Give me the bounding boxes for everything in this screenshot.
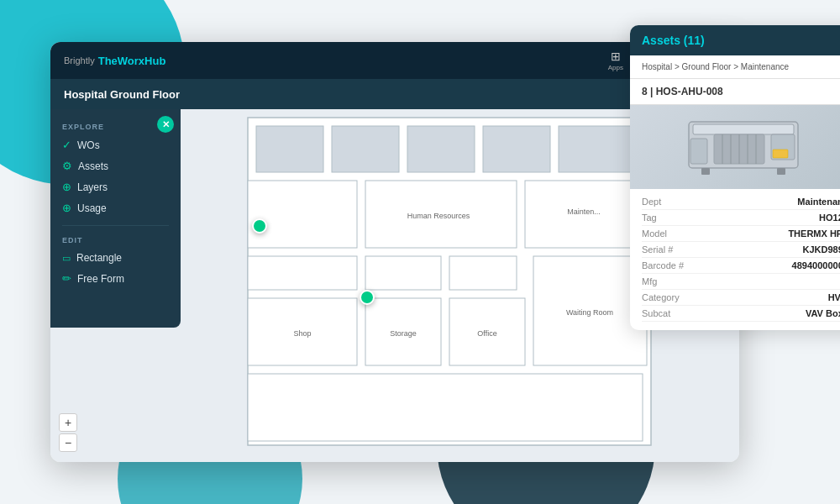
svg-rect-25 — [690, 139, 707, 164]
ahu-illustration — [680, 109, 815, 185]
zoom-in-button[interactable]: + — [59, 413, 77, 432]
wos-label: WOs — [77, 139, 100, 151]
asset-item-id: 8 | HOS-AHU-008 — [642, 86, 723, 97]
detail-row-barcode: Barcode # 489400000008 — [642, 258, 840, 274]
svg-rect-22 — [248, 374, 643, 441]
asset-panel: Assets (11) ✕ Hospital > Ground Floor > … — [630, 25, 840, 330]
layers-label: Layers — [77, 181, 108, 193]
explore-panel: ✕ EXPLORE ✓ WOs ⚙ Assets ⊕ Layers ⊕ Usag… — [50, 109, 181, 328]
svg-rect-3 — [407, 126, 475, 172]
serial-label: Serial # — [642, 244, 673, 255]
svg-rect-33 — [773, 150, 788, 158]
svg-rect-11 — [449, 256, 517, 290]
apps-label: Apps — [608, 64, 623, 71]
detail-row-dept: Dept Maintenance — [642, 194, 840, 210]
map-marker-1[interactable] — [252, 218, 267, 234]
svg-rect-35 — [777, 168, 785, 175]
explore-usage[interactable]: ⊕ Usage — [50, 197, 181, 218]
asset-item-header[interactable]: 8 | HOS-AHU-008 ∧ — [630, 79, 840, 105]
wos-icon: ✓ — [62, 139, 71, 151]
subcat-value: VAV Boxes — [806, 308, 840, 318]
dept-value: Maintenance — [797, 197, 840, 207]
svg-rect-34 — [701, 168, 710, 175]
edit-section-label: EDIT — [50, 233, 181, 248]
explore-assets[interactable]: ⚙ Assets — [50, 155, 181, 176]
assets-label: Assets — [78, 160, 108, 172]
panel-divider — [62, 225, 169, 226]
asset-panel-title: Assets (11) — [642, 34, 705, 47]
map-marker-2[interactable] — [360, 290, 375, 305]
zoom-out-button[interactable]: − — [59, 433, 77, 452]
barcode-label: Barcode # — [642, 260, 684, 270]
svg-text:Storage: Storage — [390, 329, 417, 338]
floor-title: Hospital Ground Floor — [64, 88, 180, 101]
rectangle-icon: ▭ — [62, 253, 71, 264]
svg-text:Mainten...: Mainten... — [567, 207, 601, 216]
panel-close-button[interactable]: ✕ — [157, 116, 174, 133]
usage-label: Usage — [77, 202, 107, 214]
detail-row-mfg: Mfg — [642, 274, 840, 290]
rectangle-label: Rectangle — [76, 252, 122, 264]
detail-row-subcat: Subcat VAV Boxes — [642, 306, 840, 322]
svg-rect-9 — [248, 256, 357, 290]
asset-details: Dept Maintenance Tag HO1234 Model THERMX… — [630, 189, 840, 330]
asset-breadcrumb: Hospital > Ground Floor > Maintenance — [630, 55, 840, 79]
serial-value: KJKD98973 — [802, 244, 840, 255]
tag-label: Tag — [642, 213, 657, 223]
nav-apps[interactable]: ⊞ Apps — [608, 50, 623, 71]
model-label: Model — [642, 228, 667, 239]
nav-brand: Brightly TheWorxHub — [64, 55, 165, 67]
asset-image — [630, 105, 840, 189]
layers-icon: ⊕ — [62, 181, 71, 193]
barcode-value: 489400000008 — [792, 260, 840, 270]
svg-rect-10 — [365, 256, 441, 290]
freeform-icon: ✏ — [62, 272, 71, 285]
detail-row-category: Category HVAC — [642, 290, 840, 306]
category-label: Category — [642, 292, 680, 302]
mfg-label: Mfg — [642, 276, 657, 286]
assets-icon: ⚙ — [62, 160, 72, 172]
svg-text:Office: Office — [477, 329, 496, 338]
detail-row-serial: Serial # KJKD98973 — [642, 242, 840, 258]
detail-row-model: Model THERMX HR95 — [642, 226, 840, 242]
apps-icon: ⊞ — [611, 50, 621, 63]
svg-text:Human Resources: Human Resources — [407, 212, 470, 220]
explore-wos[interactable]: ✓ WOs — [50, 134, 181, 155]
svg-rect-2 — [332, 126, 399, 172]
category-value: HVAC — [828, 292, 840, 302]
zoom-controls: + − — [59, 413, 77, 452]
dept-label: Dept — [642, 197, 661, 207]
svg-rect-4 — [483, 126, 550, 172]
brand-theworxhub: TheWorxHub — [98, 55, 166, 67]
svg-rect-1 — [256, 126, 323, 172]
edit-rectangle[interactable]: ▭ Rectangle — [50, 248, 181, 268]
edit-freeform[interactable]: ✏ Free Form — [50, 268, 181, 289]
svg-text:Shop: Shop — [293, 329, 311, 338]
model-value: THERMX HR95 — [788, 228, 840, 239]
svg-text:Waiting Room: Waiting Room — [566, 308, 613, 317]
brand-brightly: Brightly — [64, 55, 95, 66]
subcat-label: Subcat — [642, 308, 670, 318]
asset-panel-header: Assets (11) ✕ — [630, 25, 840, 55]
tag-value: HO1234 — [819, 213, 840, 223]
explore-layers[interactable]: ⊕ Layers — [50, 176, 181, 197]
svg-rect-24 — [693, 124, 794, 134]
freeform-label: Free Form — [77, 273, 124, 285]
detail-row-tag: Tag HO1234 — [642, 210, 840, 226]
svg-rect-8 — [248, 181, 357, 248]
usage-icon: ⊕ — [62, 202, 71, 214]
